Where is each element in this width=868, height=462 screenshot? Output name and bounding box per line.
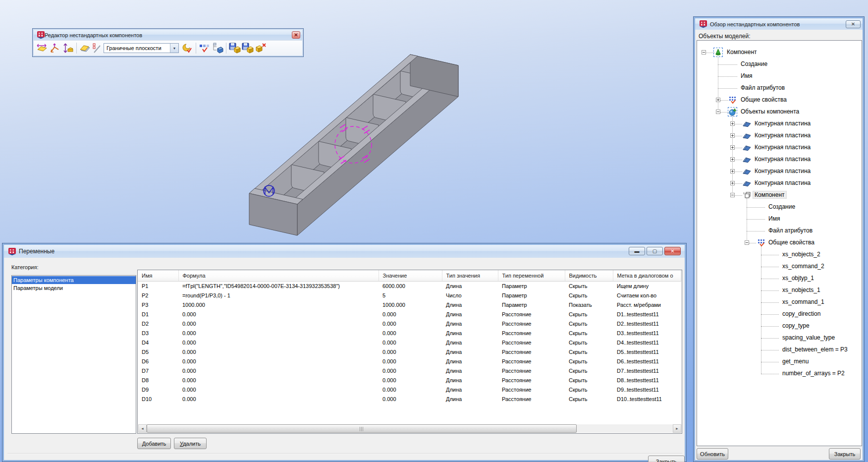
tree-item-label[interactable]: xs_nobjects_1 <box>781 287 822 293</box>
model-viewport[interactable] <box>218 40 486 248</box>
tree-item-label[interactable]: spacing_value_type <box>781 334 836 341</box>
variable-row[interactable]: P31000.0001000.000ДлинаПараметрПоказатьР… <box>138 300 681 309</box>
variable-row[interactable]: D70.0000.000ДлинаРасстояниеСкрытьD7..tes… <box>138 366 681 375</box>
boundary-planes-icon[interactable] <box>36 42 49 54</box>
tree-item-label[interactable]: copy_type <box>781 322 811 329</box>
column-header[interactable]: Видимость <box>565 270 613 281</box>
tree-item-label[interactable]: dist_between_elem = P3 <box>781 346 849 353</box>
close-button[interactable]: Закрыть <box>648 456 685 462</box>
tree-item-label[interactable]: Объекты компонента <box>739 108 801 115</box>
category-list[interactable]: Параметры компонентаПараметры модели <box>11 275 136 434</box>
minimize-icon[interactable]: ▬ <box>629 247 645 255</box>
apply-icon[interactable] <box>181 42 194 54</box>
variables-table-header[interactable]: ИмяФормулаЗначениеТип значенияТип переме… <box>138 270 681 281</box>
tree-item-label[interactable]: Общие свойства <box>739 96 788 103</box>
expand-icon[interactable] <box>730 133 735 138</box>
column-header[interactable]: Метка в диалоговом о <box>613 270 681 281</box>
tree-item-label[interactable]: Компонент <box>753 191 786 198</box>
tree-item-label[interactable]: Имя <box>739 72 754 79</box>
column-header[interactable]: Имя <box>138 270 178 281</box>
column-header[interactable]: Тип значения <box>442 270 498 281</box>
variable-row[interactable]: D40.0000.000ДлинаРасстояниеСкрытьD4..tes… <box>138 338 681 347</box>
expand-icon[interactable] <box>730 157 735 162</box>
plane-type-dropdown[interactable]: Граничные плоскости ▼ <box>104 43 179 53</box>
tree-item-label[interactable]: Создание <box>767 203 797 210</box>
browser-titlebar[interactable]: Обзор нестандартных компонентов ✕ <box>695 18 863 30</box>
close-icon[interactable]: ✕ <box>846 20 861 28</box>
delete-button[interactable]: Удалить <box>174 438 207 449</box>
variable-row[interactable]: D10.0000.000ДлинаРасстояниеСкрытьD1..tes… <box>138 309 681 319</box>
scroll-right-icon[interactable]: ► <box>673 424 681 433</box>
column-header[interactable]: Значение <box>379 270 442 281</box>
category-label: Категория: <box>11 264 38 270</box>
hierarchy-icon[interactable] <box>211 42 224 54</box>
variable-row[interactable]: D90.0000.000ДлинаРасстояниеСкрытьD9..tes… <box>138 385 681 394</box>
component-tree[interactable]: КомпонентСозданиеИмяФайл атрибутовОбщие … <box>697 40 862 446</box>
variable-row[interactable]: D80.0000.000ДлинаРасстояниеСкрытьD8..tes… <box>138 375 681 385</box>
measure-distance-icon[interactable] <box>61 42 74 54</box>
tree-item-label[interactable]: xs_objtyp_1 <box>781 275 815 282</box>
tekla-icon <box>700 20 707 28</box>
contour-plate-icon <box>743 131 751 140</box>
variable-row[interactable]: D50.0000.000ДлинаРасстояниеСкрытьD5..tes… <box>138 347 681 356</box>
tree-item-label[interactable]: Контурная пластина <box>753 156 812 163</box>
close-icon[interactable]: ✕ <box>664 247 681 255</box>
variable-row[interactable]: D20.0000.000ДлинаРасстояниеСкрытьD2..tes… <box>138 319 681 328</box>
contour-plate-icon <box>743 119 751 128</box>
close-button[interactable]: Закрыть <box>829 448 861 460</box>
expand-icon[interactable] <box>730 169 735 173</box>
tree-item-label[interactable]: get_menu <box>781 358 810 365</box>
tree-item-label[interactable]: xs_command_1 <box>781 298 826 305</box>
construction-line-icon[interactable] <box>92 42 102 54</box>
column-header[interactable]: Формула <box>178 270 379 281</box>
expand-icon[interactable] <box>716 98 720 102</box>
expand-icon[interactable] <box>730 145 735 150</box>
tree-item-label[interactable]: Компонент <box>725 49 759 56</box>
save-as-icon[interactable] <box>241 42 254 54</box>
tree-item-label[interactable]: Общие свойства <box>767 239 816 246</box>
verify-icon[interactable] <box>198 42 211 54</box>
horizontal-scrollbar[interactable]: ◄ ► <box>138 424 681 433</box>
collapse-icon[interactable] <box>702 50 706 55</box>
plane-icon[interactable] <box>79 42 92 54</box>
category-item[interactable]: Параметры компонента <box>12 276 136 284</box>
tree-item-label[interactable]: xs_command_2 <box>781 263 826 270</box>
delete-object-icon[interactable] <box>254 42 267 54</box>
expand-icon[interactable] <box>730 121 735 126</box>
bend-axes-icon[interactable] <box>49 42 61 54</box>
tree-item-label[interactable]: Контурная пластина <box>753 144 812 151</box>
collapse-icon[interactable] <box>716 110 720 114</box>
category-item[interactable]: Параметры модели <box>12 284 136 292</box>
variable-row[interactable]: D60.0000.000ДлинаРасстояниеСкрытьD6..tes… <box>138 356 681 366</box>
collapse-icon[interactable] <box>730 193 735 197</box>
tree-item-label[interactable]: xs_nobjects_2 <box>781 251 822 258</box>
tree-item-label[interactable]: number_of_arrays = P2 <box>781 370 846 377</box>
chevron-down-icon[interactable]: ▼ <box>170 44 178 53</box>
tree-item-label[interactable]: Создание <box>739 60 769 67</box>
tree-item-label[interactable]: copy_direction <box>781 310 822 317</box>
tree-item-label[interactable]: Файл атрибутов <box>739 84 786 91</box>
refresh-button[interactable]: Обновить <box>697 448 728 460</box>
expand-icon[interactable] <box>730 181 735 185</box>
collapse-icon[interactable] <box>745 240 749 245</box>
editor-toolbar-titlebar[interactable]: Редактор нестандартных компонентов ✕ <box>34 30 302 40</box>
variables-table[interactable]: ИмяФормулаЗначениеТип значенияТип переме… <box>137 270 682 434</box>
maximize-icon[interactable]: ▢ <box>647 247 663 255</box>
variables-titlebar[interactable]: Переменные ▬ ▢ ✕ <box>4 245 685 258</box>
tree-item-label[interactable]: Контурная пластина <box>753 120 812 127</box>
add-button[interactable]: Добавить <box>137 438 171 449</box>
scroll-left-icon[interactable]: ◄ <box>138 424 147 433</box>
tree-item-label[interactable]: Контурная пластина <box>753 168 812 174</box>
tree-item-label[interactable]: Контурная пластина <box>753 132 812 139</box>
tree-item-label[interactable]: Контурная пластина <box>753 179 812 186</box>
variable-row[interactable]: P2=round(P1/P3,0) - 15ЧислоПараметрСкрыт… <box>138 290 681 300</box>
close-icon[interactable]: ✕ <box>292 31 300 39</box>
tree-item-label[interactable]: Файл атрибутов <box>767 227 814 234</box>
column-header[interactable]: Тип переменной <box>498 270 565 281</box>
scrollbar-thumb[interactable] <box>147 424 577 433</box>
variable-row[interactable]: P1=fTpl("LENGTH","ID54982014-0000-007E-3… <box>138 281 681 290</box>
variable-row[interactable]: D100.0000.000ДлинаРасстояниеСкрытьD10..t… <box>138 394 681 404</box>
save-icon[interactable] <box>228 42 241 54</box>
variable-row[interactable]: D30.0000.000ДлинаРасстояниеСкрытьD3..tes… <box>138 328 681 338</box>
tree-item-label[interactable]: Имя <box>767 215 781 222</box>
